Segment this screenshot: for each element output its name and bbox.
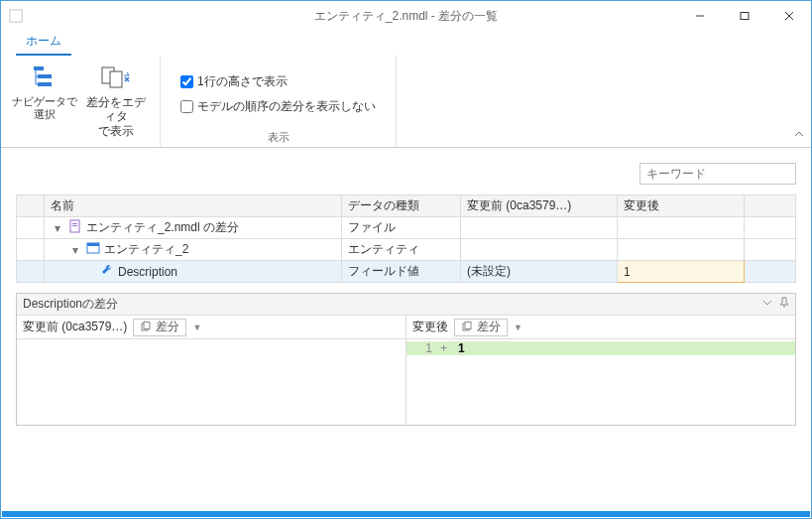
svg-rect-18: [465, 322, 471, 328]
expand-toggle[interactable]: ▾: [72, 243, 82, 257]
cell-before: [461, 217, 618, 239]
svg-rect-9: [110, 71, 122, 87]
svg-rect-0: [10, 10, 22, 22]
col-after[interactable]: 変更後: [618, 195, 745, 217]
table-row[interactable]: Description フィールド値 (未設定) 1: [17, 261, 796, 283]
copy-icon: [140, 322, 152, 333]
close-button[interactable]: [766, 1, 811, 31]
svg-rect-16: [144, 322, 150, 328]
svg-rect-7: [38, 82, 52, 86]
hide-order-diff-checkbox[interactable]: モデルの順序の差分を表示しない: [180, 98, 376, 115]
copy-icon: [461, 322, 473, 333]
line-number: 1: [412, 341, 432, 355]
diff-after-content: 1 + 1: [406, 339, 795, 425]
status-bar: [2, 511, 810, 517]
diff-text: 1: [458, 341, 465, 355]
diff-before-content: [17, 339, 406, 425]
col-before[interactable]: 変更前 (0ca3579…): [461, 195, 618, 217]
entity-icon: [86, 241, 100, 258]
checkbox-input[interactable]: [180, 100, 193, 113]
cell-type: ファイル: [342, 217, 461, 239]
svg-rect-14: [87, 243, 99, 246]
wrench-icon: [100, 263, 114, 280]
tree-select-icon: [29, 62, 60, 95]
dropdown-caret-icon[interactable]: ▼: [192, 323, 201, 332]
svg-rect-11: [72, 223, 77, 224]
window-title: エンティティ_2.nmdl - 差分の一覧: [314, 8, 498, 25]
one-line-height-checkbox[interactable]: 1行の高さで表示: [180, 73, 376, 90]
expand-toggle[interactable]: ▾: [55, 221, 64, 235]
button-label: ナビゲータで選択: [11, 95, 78, 121]
col-type[interactable]: データの種類: [342, 195, 461, 217]
cell-after: [618, 239, 745, 261]
cell-before: (未設定): [461, 261, 618, 283]
col-pad: [745, 195, 796, 217]
cell-type: エンティティ: [342, 239, 461, 261]
table-row[interactable]: ▾ エンティティ_2 エンティティ: [17, 239, 796, 261]
svg-rect-12: [72, 225, 77, 226]
ribbon-group-label: 表示: [268, 128, 290, 145]
maximize-button[interactable]: [722, 1, 766, 31]
table-row[interactable]: ▾ エンティティ_2.nmdl の差分 ファイル: [17, 217, 796, 239]
svg-rect-2: [741, 13, 749, 20]
diff-panel-title: Descriptionの差分: [23, 296, 118, 313]
dropdown-caret-icon[interactable]: ▼: [514, 323, 522, 332]
col-name[interactable]: 名前: [45, 195, 342, 217]
keyword-search-input[interactable]: [639, 163, 796, 185]
diff-added-line: 1 + 1: [406, 341, 795, 355]
checkbox-label: モデルの順序の差分を表示しない: [197, 98, 376, 115]
cell-type: フィールド値: [342, 261, 461, 283]
chevron-down-icon[interactable]: [761, 297, 773, 312]
collapse-ribbon-button[interactable]: [793, 128, 805, 143]
checkbox-label: 1行の高さで表示: [197, 73, 288, 90]
checkbox-input[interactable]: [180, 75, 193, 88]
plus-marker: +: [440, 341, 450, 355]
button-label: 差分をエディタで表示: [82, 95, 150, 138]
svg-rect-6: [38, 74, 52, 78]
show-in-editor-button[interactable]: 差分をエディタで表示: [82, 60, 150, 145]
doc-icon: [68, 219, 82, 236]
diff-mode-dropdown[interactable]: 差分: [454, 319, 508, 336]
cell-name: Description: [118, 265, 177, 279]
tab-home[interactable]: ホーム: [16, 29, 71, 56]
diff-mode-dropdown[interactable]: 差分: [133, 319, 186, 336]
cell-before: [461, 239, 618, 261]
col-handle[interactable]: [17, 195, 45, 217]
cell-after: [618, 217, 745, 239]
cell-name: エンティティ_2.nmdl の差分: [86, 219, 239, 236]
diff-before-label: 変更前 (0ca3579…): [23, 319, 127, 335]
svg-rect-5: [34, 66, 44, 70]
diff-table: 名前 データの種類 変更前 (0ca3579…) 変更後 ▾ エンティティ_2.…: [16, 195, 796, 283]
diff-after-label: 変更後: [412, 319, 448, 335]
pin-icon[interactable]: [779, 297, 789, 312]
cell-after: 1: [618, 261, 745, 283]
minimize-button[interactable]: [677, 1, 722, 31]
page-diff-icon: [99, 62, 133, 95]
cell-name: エンティティ_2: [104, 241, 188, 258]
select-in-navigator-button[interactable]: ナビゲータで選択: [11, 60, 78, 145]
